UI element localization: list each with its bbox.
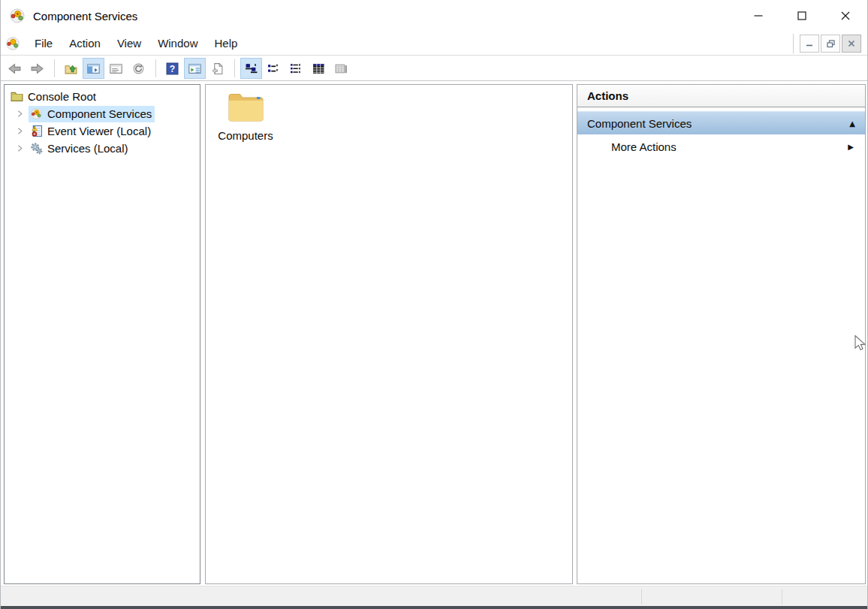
actions-section-component-services[interactable]: Component Services ▲ [577, 111, 865, 134]
child-window-controls [793, 34, 861, 53]
tree-item-component-services[interactable]: Component Services [5, 105, 200, 122]
folder-icon [11, 90, 23, 103]
component-services-window: Component Services File Action View [0, 0, 868, 609]
tree-item-label: Console Root [28, 90, 96, 103]
svg-text:?: ? [170, 63, 175, 74]
actions-panel-title: Actions [577, 85, 865, 107]
show-hide-action-pane-icon[interactable] [184, 58, 206, 79]
tree-item-label: Component Services [47, 107, 152, 120]
component-services-icon [9, 8, 26, 24]
window-bottom-edge [1, 606, 867, 609]
back-icon[interactable] [4, 58, 26, 79]
chevron-right-icon: ▶ [848, 143, 854, 151]
chevron-right-icon[interactable] [11, 110, 29, 118]
refresh-icon[interactable] [128, 58, 149, 79]
console-tree-panel: Console Root Component Ser [4, 84, 200, 584]
minimize-button[interactable] [737, 0, 780, 32]
toolbar-separator [234, 59, 235, 77]
maximize-button[interactable] [780, 0, 824, 32]
small-icons-view-icon[interactable] [263, 58, 285, 79]
menu-action[interactable]: Action [61, 34, 109, 53]
results-panel: Computers [205, 84, 573, 584]
chevron-right-icon[interactable] [11, 127, 29, 135]
tree-item-services[interactable]: Services (Local) [5, 140, 200, 157]
component-services-icon [30, 107, 43, 120]
services-icon [30, 142, 43, 155]
tree-item-label: Services (Local) [47, 142, 128, 155]
mouse-cursor [854, 335, 868, 353]
customize-view-icon[interactable] [330, 58, 352, 79]
folder-icon [228, 91, 264, 122]
component-services-icon [5, 36, 20, 51]
title-bar: Component Services [1, 0, 867, 32]
tree-item-label: Event Viewer (Local) [47, 125, 151, 137]
list-view-icon[interactable] [285, 58, 307, 79]
menu-bar: File Action View Window Help [1, 32, 867, 56]
child-minimize-button[interactable] [800, 35, 819, 53]
list-item-label: Computers [216, 129, 275, 142]
menu-window[interactable]: Window [149, 34, 206, 53]
menu-file[interactable]: File [26, 34, 61, 53]
up-one-level-icon[interactable] [60, 58, 82, 79]
more-actions-item[interactable]: More Actions ▶ [577, 134, 865, 158]
toolbar: ? [1, 56, 867, 81]
properties-icon[interactable] [105, 58, 127, 79]
more-actions-label: More Actions [611, 140, 677, 153]
toolbar-separator [155, 59, 156, 77]
chevron-up-icon[interactable]: ▲ [849, 119, 855, 128]
show-hide-console-tree-icon[interactable] [83, 58, 104, 79]
export-list-icon[interactable] [206, 58, 228, 79]
window-controls [737, 0, 867, 32]
window-title: Component Services [33, 10, 137, 23]
status-bar-divider [641, 589, 642, 604]
menu-help[interactable]: Help [206, 34, 246, 53]
tree-item-console-root[interactable]: Console Root [5, 88, 200, 105]
child-restore-button[interactable] [821, 35, 840, 53]
forward-icon[interactable] [26, 58, 48, 79]
list-item-computers[interactable]: Computers [216, 91, 275, 142]
menu-view[interactable]: View [109, 34, 149, 53]
event-viewer-icon [30, 125, 43, 137]
close-button[interactable] [824, 0, 867, 32]
toolbar-separator [54, 59, 55, 77]
help-icon[interactable]: ? [161, 58, 183, 79]
details-view-icon[interactable] [308, 58, 330, 79]
chevron-right-icon[interactable] [11, 144, 29, 152]
actions-section-title: Component Services [587, 117, 849, 130]
child-close-button[interactable] [842, 35, 861, 53]
status-bar [1, 586, 867, 606]
actions-panel: Actions Component Services ▲ More Action… [577, 84, 866, 584]
large-icons-view-icon[interactable] [240, 58, 262, 79]
tree-item-event-viewer[interactable]: Event Viewer (Local) [5, 122, 200, 140]
status-bar-divider [782, 589, 782, 604]
